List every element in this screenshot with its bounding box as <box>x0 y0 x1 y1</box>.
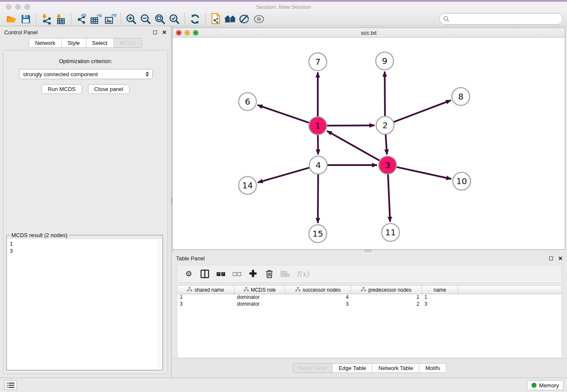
splitter-grip[interactable] <box>365 250 372 252</box>
delete-icon[interactable] <box>264 269 274 279</box>
tab-select[interactable]: Select <box>86 39 114 47</box>
deselect-all-icon[interactable] <box>232 269 242 279</box>
table-row[interactable]: 3dominator323 <box>177 301 561 308</box>
cell-predecessor-nodes[interactable]: 1 <box>351 294 422 301</box>
search-input[interactable] <box>450 15 562 23</box>
column-header-name[interactable]: name <box>422 286 458 294</box>
clone-network-icon[interactable] <box>209 13 223 25</box>
close-panel-button[interactable]: Close panel <box>88 84 130 94</box>
refresh-layout-icon[interactable] <box>188 13 202 25</box>
gear-icon[interactable]: ⚙ <box>184 269 193 279</box>
node-label-11: 11 <box>385 227 396 237</box>
table-row[interactable]: 1dominator411 <box>177 294 561 301</box>
search-icon <box>443 16 450 22</box>
node-label-15: 15 <box>312 229 323 239</box>
network-graph[interactable]: 7968124314101511 <box>173 38 565 249</box>
close-panel-icon[interactable]: ✕ <box>162 29 167 36</box>
tab-node-table[interactable]: Node Table <box>293 364 333 373</box>
tab-style[interactable]: Style <box>62 39 86 47</box>
edge-3-1[interactable] <box>327 131 380 160</box>
mcds-tab-content: Optimization criterion: strongly connect… <box>3 50 168 374</box>
sort-icon[interactable] <box>361 287 366 293</box>
home-icon[interactable] <box>223 13 237 25</box>
cell-MCDS-role[interactable]: dominator <box>234 301 285 308</box>
select-stepper-icon <box>146 72 149 77</box>
column-header-predecessor-nodes[interactable]: predecessor nodes <box>351 286 422 294</box>
zoom-in-icon[interactable] <box>124 13 138 25</box>
eye-icon[interactable] <box>252 13 266 25</box>
zoom-fit-icon[interactable] <box>153 13 167 25</box>
run-mcds-button[interactable]: Run MCDS <box>41 84 82 94</box>
mcds-result-title: MCDS result (2 nodes) <box>10 232 69 238</box>
zoom-out-icon[interactable] <box>138 13 153 25</box>
delete-table-icon <box>281 269 290 279</box>
save-session-icon[interactable] <box>19 13 33 25</box>
export-table-icon[interactable] <box>89 13 103 25</box>
cell-predecessor-nodes[interactable]: 2 <box>351 301 422 308</box>
edge-2-3[interactable] <box>385 135 387 155</box>
node-label-14: 14 <box>242 180 253 190</box>
tab-network[interactable]: Network <box>29 39 62 47</box>
edge-1-6[interactable] <box>258 105 309 123</box>
column-view-icon[interactable] <box>200 269 209 279</box>
export-image-icon[interactable] <box>103 13 118 25</box>
toolbar-separator <box>36 14 36 25</box>
column-header-successor-nodes[interactable]: successor nodes <box>285 286 351 294</box>
result-scrollbar[interactable] <box>158 239 162 370</box>
tab-network-table[interactable]: Network Table <box>372 364 419 373</box>
edge-4-14[interactable] <box>258 168 309 182</box>
network-view-window: ✕ − + scc.txt 7968124314101511 <box>172 28 565 250</box>
edge-4-15[interactable] <box>318 174 318 223</box>
export-network-icon[interactable] <box>74 13 89 25</box>
node-table[interactable]: shared nameMCDS rolesuccessor nodesprede… <box>177 285 562 358</box>
zoom-selected-icon[interactable] <box>167 13 182 25</box>
cell-name[interactable]: 3 <box>422 301 458 308</box>
cell-MCDS-role[interactable]: dominator <box>234 294 285 301</box>
cell-shared-name[interactable]: 1 <box>177 294 234 301</box>
node-label-3: 3 <box>385 160 391 170</box>
table-tabs-strip: Node TableEdge TableNetwork TableMotifs <box>172 358 567 378</box>
column-header-shared-name[interactable]: shared name <box>177 286 234 294</box>
edge-1-2[interactable] <box>327 125 374 126</box>
edge-3-10[interactable] <box>396 167 451 179</box>
table-header-row: shared nameMCDS rolesuccessor nodesprede… <box>177 286 561 294</box>
memory-button[interactable]: Memory <box>527 380 564 390</box>
cell-name[interactable]: 1 <box>422 294 458 301</box>
open-session-icon[interactable] <box>4 13 19 25</box>
select-all-icon[interactable] <box>216 269 226 279</box>
show-graphics-details-icon[interactable] <box>237 13 252 25</box>
sort-icon[interactable] <box>187 287 192 293</box>
control-panel: Control Panel ✕ NetworkStyleSelectMCDS O… <box>0 26 171 378</box>
titlebar: Session: New Session <box>0 2 567 12</box>
cell-successor-nodes[interactable]: 4 <box>285 294 351 301</box>
search-field[interactable] <box>439 13 563 25</box>
criterion-select[interactable]: strongly connected component <box>19 69 153 79</box>
sort-icon[interactable] <box>244 287 249 293</box>
import-network-icon[interactable] <box>39 13 54 25</box>
network-canvas[interactable]: 7968124314101511 <box>173 38 565 249</box>
cell-shared-name[interactable]: 3 <box>177 301 234 308</box>
edge-2-8[interactable] <box>394 100 451 122</box>
float-panel-icon[interactable] <box>153 30 157 34</box>
edge-2-9[interactable] <box>385 72 385 116</box>
float-panel-icon[interactable] <box>549 257 553 260</box>
edge-3-11[interactable] <box>388 174 390 222</box>
column-header-MCDS-role[interactable]: MCDS role <box>234 286 285 294</box>
cell-successor-nodes[interactable]: 3 <box>285 301 351 308</box>
tab-motifs[interactable]: Motifs <box>419 364 446 373</box>
add-icon[interactable]: ✚ <box>248 269 258 279</box>
memory-label: Memory <box>539 382 559 389</box>
sort-icon[interactable] <box>295 287 300 293</box>
tab-edge-table[interactable]: Edge Table <box>333 364 372 373</box>
import-table-icon[interactable] <box>54 13 68 25</box>
mcds-result-list[interactable]: 1 3 <box>7 239 162 370</box>
task-history-button[interactable] <box>4 380 17 390</box>
criterion-selected-value: strongly connected component <box>23 71 146 77</box>
tab-mcds[interactable]: MCDS <box>114 39 142 47</box>
close-panel-icon[interactable]: ✕ <box>558 255 563 262</box>
network-window-titlebar[interactable]: ✕ − + scc.txt <box>173 28 565 38</box>
node-label-7: 7 <box>315 57 321 67</box>
mcds-result-group: MCDS result (2 nodes) 1 3 <box>6 235 163 370</box>
network-window-title: scc.txt <box>173 30 565 36</box>
toolbar-separator <box>205 14 206 25</box>
